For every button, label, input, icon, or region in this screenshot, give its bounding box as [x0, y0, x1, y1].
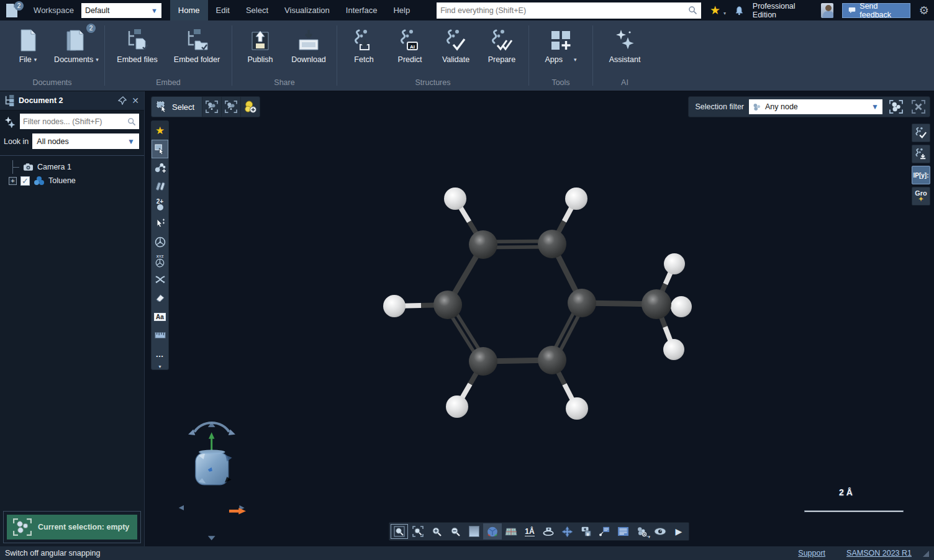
- assistant-button[interactable]: Assistant: [598, 24, 651, 64]
- filter-nodes-field[interactable]: [20, 114, 139, 129]
- notifications-bell-icon[interactable]: [735, 5, 744, 16]
- presets-button[interactable]: ▾: [632, 523, 651, 540]
- hydrogen-atom-H1[interactable]: [444, 187, 466, 210]
- play-button[interactable]: ▶: [669, 523, 688, 540]
- visibility-checkbox[interactable]: ✓: [20, 176, 30, 186]
- add-atoms-tool[interactable]: [152, 158, 168, 177]
- documents-button[interactable]: 2 Documents▾: [53, 24, 99, 64]
- select-tool-button[interactable]: Select: [152, 97, 202, 117]
- predict-button[interactable]: AI Predict: [388, 24, 432, 64]
- move-tool[interactable]: [152, 214, 168, 233]
- select-hidden-button[interactable]: [221, 97, 240, 117]
- more-tools[interactable]: …: [152, 345, 168, 363]
- publish-button[interactable]: Publish: [237, 24, 283, 64]
- zoom-selection-button[interactable]: [409, 523, 427, 540]
- rotate-tool[interactable]: [152, 233, 168, 251]
- favorites-tool-button[interactable]: ★: [152, 121, 168, 140]
- tree-expander[interactable]: +: [9, 177, 17, 185]
- charge-tool[interactable]: 2+: [152, 196, 168, 214]
- translate-camera-button[interactable]: [558, 523, 576, 540]
- viewport-top-toolbar: Select: [151, 96, 260, 117]
- gromacs-wizard-button[interactable]: Gro ✦: [912, 187, 930, 205]
- hydrogen-atom-H6[interactable]: [566, 397, 588, 420]
- measure-tool[interactable]: [152, 326, 168, 345]
- hydrogen-atom-H7a[interactable]: [664, 253, 685, 274]
- label-tool[interactable]: Aa: [152, 307, 168, 326]
- hydrogen-atom-H7b[interactable]: [671, 296, 692, 317]
- pin-icon[interactable]: [118, 96, 127, 105]
- select-all-button[interactable]: [887, 98, 905, 115]
- hydrogen-atom-H5[interactable]: [446, 395, 468, 418]
- menu-home[interactable]: Home: [170, 0, 208, 20]
- text-display-button[interactable]: [614, 523, 632, 540]
- carbon-atom-C3[interactable]: [433, 291, 462, 319]
- background-button[interactable]: [465, 523, 483, 540]
- erase-tool[interactable]: [152, 289, 168, 307]
- ai-sparkle-icon[interactable]: [4, 115, 16, 128]
- menu-edit[interactable]: Edit: [208, 0, 238, 20]
- hydrogen-atom-H3[interactable]: [383, 295, 406, 317]
- menu-visualization[interactable]: Visualization: [276, 0, 338, 20]
- validate-button[interactable]: Validate: [434, 24, 478, 64]
- carbon-atom-C1[interactable]: [469, 230, 497, 259]
- favorites-caret-icon[interactable]: ▾: [723, 11, 726, 16]
- resize-grip[interactable]: [922, 549, 929, 557]
- fetch-structures-button[interactable]: [912, 145, 930, 163]
- tree-row-toluene[interactable]: + ✓ Toluene: [0, 174, 144, 187]
- user-avatar[interactable]: [821, 3, 834, 18]
- filter-nodes-input[interactable]: [23, 117, 127, 126]
- zoom-out-button[interactable]: [446, 523, 465, 540]
- version-link[interactable]: SAMSON 2023 R1: [846, 549, 912, 558]
- carbon-atom-C2[interactable]: [538, 230, 566, 258]
- save-camera-button[interactable]: [576, 523, 595, 540]
- zoom-region-button[interactable]: [390, 523, 409, 540]
- twist-tool[interactable]: [152, 270, 168, 289]
- select-tool[interactable]: [152, 140, 168, 158]
- carbon-atom-C4[interactable]: [568, 289, 596, 317]
- orientation-head-button[interactable]: [483, 523, 502, 540]
- documents-icon[interactable]: 2: [6, 4, 19, 17]
- deselect-all-button[interactable]: [910, 98, 927, 115]
- menu-interface[interactable]: Interface: [338, 0, 386, 20]
- favorites-star-icon[interactable]: ★: [710, 4, 720, 16]
- tree-row-camera[interactable]: Camera 1: [0, 160, 144, 174]
- carbon-atom-C7[interactable]: [642, 289, 671, 319]
- menu-select[interactable]: Select: [238, 0, 276, 20]
- settings-gear-icon[interactable]: ⚙: [919, 4, 929, 17]
- workspace-select[interactable]: Default ▼: [81, 3, 161, 18]
- file-button[interactable]: File▾: [5, 24, 51, 64]
- prepare-button[interactable]: Prepare: [480, 24, 524, 64]
- send-feedback-button[interactable]: Send feedback: [842, 3, 910, 18]
- orbit-camera-button[interactable]: [539, 523, 558, 540]
- support-link[interactable]: Support: [798, 549, 825, 558]
- selection-filter-select[interactable]: Any node ▼: [749, 99, 882, 114]
- zoom-in-button[interactable]: [427, 523, 446, 540]
- grid-button[interactable]: [502, 523, 520, 540]
- hydrogen-atom-H2[interactable]: [565, 187, 587, 210]
- annotation-button[interactable]: [595, 523, 614, 540]
- embed-files-button[interactable]: Embed files: [110, 24, 165, 64]
- toolbar-overflow-caret[interactable]: ▾: [152, 363, 168, 369]
- bond-tool[interactable]: [152, 177, 168, 196]
- embed-folder-button[interactable]: Embed folder: [167, 24, 227, 64]
- validate-structures-button[interactable]: [912, 124, 930, 142]
- search-input[interactable]: [440, 6, 688, 15]
- add-to-selection-button[interactable]: [240, 97, 260, 117]
- close-icon[interactable]: ✕: [132, 96, 139, 106]
- viewport-3d[interactable]: Select: [145, 91, 934, 546]
- ipython-console-button[interactable]: IP[y]:: [912, 166, 930, 184]
- navigation-cube[interactable]: [150, 419, 274, 543]
- rotate-xyz-tool[interactable]: XYZ: [152, 251, 168, 270]
- visibility-eye-button[interactable]: [651, 523, 669, 540]
- menu-help[interactable]: Help: [385, 0, 418, 20]
- grid-spacing-button[interactable]: 1Å: [520, 523, 539, 540]
- carbon-atom-C6[interactable]: [538, 346, 566, 374]
- hydrogen-atom-H7c[interactable]: [663, 339, 684, 360]
- fetch-button[interactable]: Fetch: [342, 24, 386, 64]
- apps-button[interactable]: Apps▾: [534, 24, 587, 64]
- carbon-atom-C5[interactable]: [469, 347, 497, 376]
- select-visible-button[interactable]: [202, 97, 221, 117]
- global-search[interactable]: [437, 2, 701, 19]
- download-button[interactable]: Download: [286, 24, 332, 64]
- look-in-select[interactable]: All nodes ▼: [32, 133, 139, 149]
